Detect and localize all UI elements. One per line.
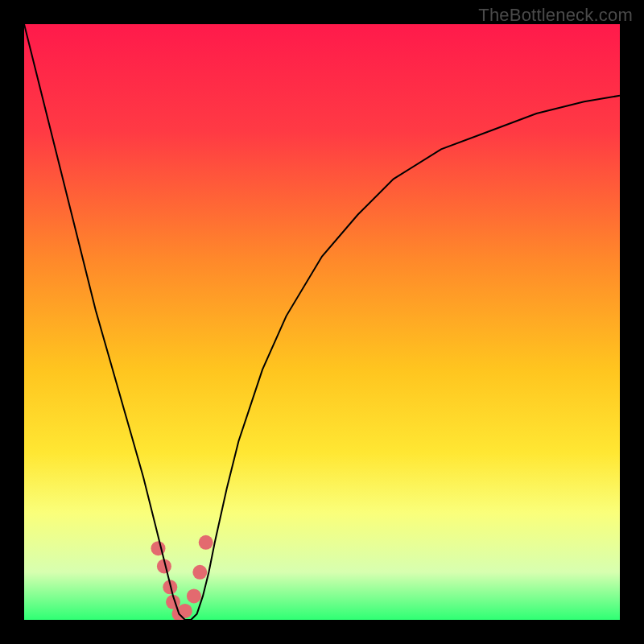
marker-dot	[187, 588, 201, 603]
watermark-text: TheBottleneck.com	[478, 5, 633, 26]
marker-dot	[199, 535, 213, 550]
plot-area	[24, 24, 620, 620]
chart-frame: TheBottleneck.com	[0, 0, 644, 644]
gradient-background	[24, 24, 620, 620]
chart-svg	[24, 24, 620, 620]
marker-dot	[178, 604, 192, 618]
marker-dot	[192, 565, 207, 580]
